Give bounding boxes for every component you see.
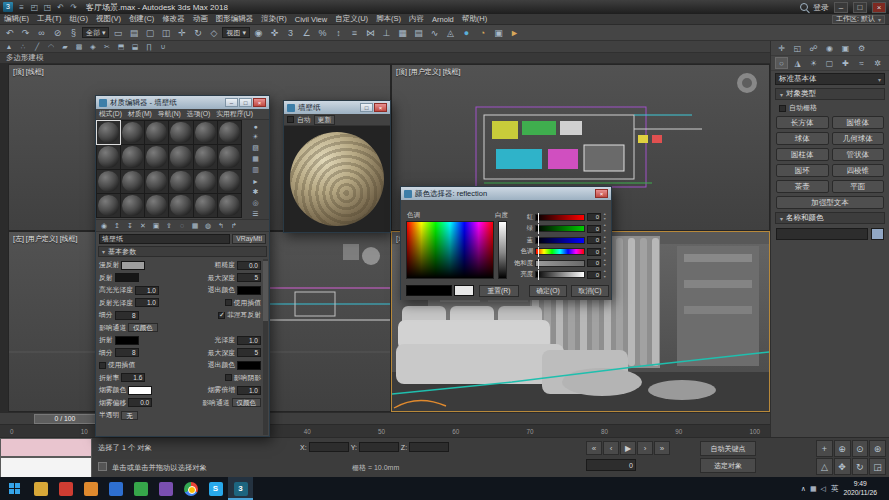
reset-map-icon[interactable]: ✕ [137, 221, 149, 231]
param-spinner[interactable]: 8 [115, 311, 139, 320]
primitive-category-dropdown[interactable]: 标准基本体 ▾ [775, 73, 885, 85]
material-type-button[interactable]: VRayMtl [232, 234, 266, 244]
param-spinner[interactable]: 1.0 [237, 386, 261, 395]
primitive-button[interactable]: 加强型文本 [776, 196, 884, 209]
render-production-icon[interactable]: ► [507, 26, 522, 40]
helpers-subtab[interactable]: ✚ [839, 57, 852, 69]
menu-item[interactable]: 内容 [405, 14, 428, 24]
menu-item[interactable]: 视图(V) [92, 14, 125, 24]
spin-up-icon[interactable]: ▲ [603, 224, 609, 228]
curve-editor-icon[interactable]: ∿ [427, 26, 442, 40]
previous-frame-button[interactable]: ‹ [603, 441, 619, 455]
schematic-view-icon[interactable]: ◬ [443, 26, 458, 40]
selection-filter-dropdown[interactable]: 全部 ▾ [82, 27, 109, 38]
y-coordinate-field[interactable] [359, 442, 399, 452]
param-spinner[interactable]: 5 [237, 348, 261, 357]
bridge-icon[interactable]: ∏ [143, 42, 155, 52]
polygon-modeling-icon[interactable]: ▲ [3, 42, 15, 52]
reset-button[interactable]: 重置(R) [479, 285, 519, 297]
backlight-icon[interactable]: ☀ [250, 132, 262, 142]
close-button[interactable]: × [872, 2, 886, 13]
taskbar-app-skype[interactable]: S [203, 477, 228, 500]
material-sample-slot[interactable] [169, 170, 192, 193]
select-by-name-icon[interactable]: ▤ [126, 26, 141, 40]
color-swatch[interactable] [121, 261, 145, 270]
bevel-icon[interactable]: ⬓ [129, 42, 141, 52]
make-copy-icon[interactable]: ▣ [150, 221, 162, 231]
select-by-material-icon[interactable]: ◎ [250, 198, 262, 208]
material-sample-slot[interactable] [97, 194, 120, 217]
param-button[interactable]: 无 [121, 411, 138, 420]
go-forward-sibling-icon[interactable]: ↱ [228, 221, 240, 231]
zoom-all-icon[interactable]: ⊕ [834, 440, 851, 457]
sample-type-icon[interactable]: ● [250, 121, 262, 131]
primitive-button[interactable]: 几何球体 [832, 132, 885, 145]
swift-loop-icon[interactable]: ◈ [87, 42, 99, 52]
workspace-selector[interactable]: 工作区: 默认 ▾ [832, 15, 885, 24]
channel-value[interactable]: 0 [587, 271, 601, 279]
select-manipulate-icon[interactable]: ✜ [267, 26, 282, 40]
primitive-button[interactable]: 四棱锥 [832, 164, 885, 177]
render-setup-icon[interactable]: ◔ [475, 26, 490, 40]
time-slider-handle[interactable]: 0 / 100 [34, 414, 96, 424]
close-button[interactable]: × [374, 103, 387, 112]
spinner-arrows[interactable]: ▲ ▼ [603, 224, 609, 233]
modify-tab[interactable]: ◱ [791, 42, 804, 54]
pan-icon[interactable]: ✥ [834, 458, 851, 475]
minimize-button[interactable]: – [834, 2, 848, 13]
redo-icon[interactable]: ↷ [68, 2, 79, 13]
color-swatch[interactable] [237, 361, 261, 370]
tray-volume-icon[interactable]: ◁ [821, 485, 826, 493]
material-sample-slot[interactable] [194, 145, 217, 168]
spin-up-icon[interactable]: ▲ [603, 270, 609, 274]
next-frame-button[interactable]: › [637, 441, 653, 455]
menu-item[interactable]: 导航(N) [155, 109, 184, 119]
param-spinner[interactable]: 8 [115, 348, 139, 357]
taskbar-app-5[interactable] [128, 477, 153, 500]
app-menu-icon[interactable]: ≡ [16, 2, 27, 13]
cameras-subtab[interactable]: ▢ [823, 57, 836, 69]
spin-up-icon[interactable]: ▲ [603, 213, 609, 217]
select-object-icon[interactable]: ▭ [110, 26, 125, 40]
spinner-arrows[interactable]: ▲ ▼ [603, 259, 609, 268]
zoom-extents-icon[interactable]: ⊙ [852, 440, 869, 457]
material-sample-slot[interactable] [121, 145, 144, 168]
material-sample-slot[interactable] [218, 121, 241, 144]
maxscript-mini-listener[interactable] [0, 457, 92, 478]
material-sample-slot[interactable] [97, 170, 120, 193]
polygon-mode-icon[interactable]: ▰ [59, 42, 71, 52]
channel-slider[interactable] [535, 260, 585, 267]
taskbar-clock[interactable]: 9:49 2020/11/26 [843, 480, 877, 497]
go-to-parent-icon[interactable]: ↰ [215, 221, 227, 231]
primitive-button[interactable]: 圆柱体 [776, 148, 829, 161]
align-icon[interactable]: ⊥ [379, 26, 394, 40]
snap-toggle-icon[interactable]: 3 [283, 26, 298, 40]
taskbar-app-3dsmax[interactable]: 3 [228, 477, 253, 500]
param-spinner[interactable]: 1.0 [237, 336, 261, 345]
color-swatch[interactable] [115, 273, 139, 282]
rollout-name-color[interactable]: ▾ 名称和颜色 [775, 212, 885, 224]
select-move-icon[interactable]: ✛ [174, 26, 189, 40]
auto-key-button[interactable]: 自动关键点 [700, 441, 756, 456]
systems-subtab[interactable]: ✲ [871, 57, 884, 69]
channel-value[interactable]: 0 [587, 225, 601, 233]
spin-down-icon[interactable]: ▼ [603, 276, 609, 280]
maximize-viewport-icon[interactable]: ◲ [869, 458, 886, 475]
shapes-subtab[interactable]: ◮ [791, 57, 804, 69]
spinner-snap-icon[interactable]: ↕ [331, 26, 346, 40]
primitive-button[interactable]: 平面 [832, 180, 885, 193]
cancel-button[interactable]: 取消(C) [571, 285, 609, 297]
taskbar-app-chrome[interactable] [178, 477, 203, 500]
menu-item[interactable]: 图形编辑器 [212, 14, 258, 24]
menu-item[interactable]: 帮助(H) [458, 14, 491, 24]
material-sample-slot[interactable] [194, 121, 217, 144]
maxscript-mini-listener-macro[interactable] [0, 438, 92, 457]
z-coordinate-field[interactable] [409, 442, 449, 452]
selection-lock-icon[interactable] [98, 462, 107, 471]
material-name-field[interactable]: 墙壁纸 [99, 234, 230, 244]
rollout-basic-parameters[interactable]: ▾ 基本参数 [98, 246, 267, 257]
primitive-button[interactable]: 球体 [776, 132, 829, 145]
param-checkbox[interactable] [99, 362, 106, 369]
sample-preview-titlebar[interactable]: 墙壁纸 □ × [284, 101, 390, 114]
maximize-button[interactable]: □ [360, 103, 373, 112]
